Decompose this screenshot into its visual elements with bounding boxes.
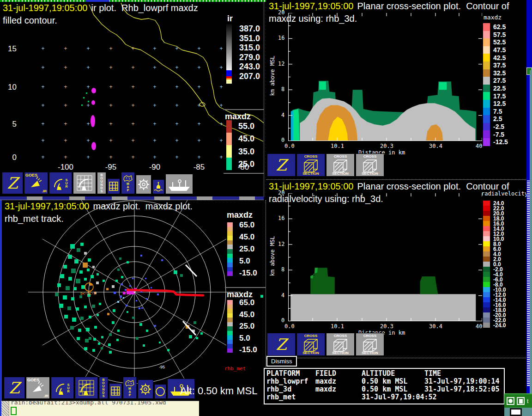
colorbar-swatch	[483, 277, 490, 282]
svg-text:+: +	[175, 102, 178, 109]
ir-map-panel: ++++++++++++++++++++++++++++++++++++++++…	[0, 2, 264, 196]
desktop: ++++++++++++++++++++++++++++++++++++++++…	[0, 0, 532, 416]
colorbar-separator	[225, 287, 266, 288]
map-grid-crosses: ++++++++++++++++++++++++++++++++++++++++…	[41, 45, 223, 160]
grid-overlay-button[interactable]	[107, 178, 120, 194]
gear-rings-icon	[139, 383, 152, 396]
svg-text:+: +	[131, 102, 134, 109]
dismiss-button[interactable]: Dismiss	[266, 356, 297, 367]
colorbar-swatch	[483, 323, 490, 328]
colorbar-swatch	[483, 69, 490, 77]
range-rings-button[interactable]	[138, 379, 153, 399]
svg-text:+: +	[131, 137, 134, 144]
zebra-z-icon: Z	[276, 336, 287, 352]
y-tick: 0	[281, 317, 284, 324]
svg-text:+: +	[197, 84, 200, 90]
timestamp: 31-jul-1997,19:05:00	[3, 3, 87, 13]
svg-text:+: +	[41, 64, 44, 71]
svg-text:+: +	[131, 45, 134, 52]
zebra-logo-button[interactable]: Z	[2, 172, 23, 194]
svg-text:+: +	[219, 84, 223, 90]
status-table-row: rhb_met31-Jul-97,19:04:52	[266, 393, 502, 401]
colorbar-value: -2.5	[493, 123, 504, 130]
colorbar-swatch	[483, 130, 490, 138]
surveillance-radar-button[interactable]: SUR	[51, 377, 74, 399]
corner-window-titlebar[interactable]: t	[504, 393, 532, 408]
corner-document-icon[interactable]	[517, 397, 525, 405]
map-overlay-button[interactable]: MAP	[121, 172, 135, 194]
colorbar-swatch	[483, 31, 490, 39]
cross-section-button-1[interactable]: CROSSSECTION	[296, 153, 325, 177]
cross-section-button-1[interactable]: CROSSSECTION	[296, 333, 325, 356]
zebra-logo-button[interactable]: Z	[267, 333, 296, 356]
cross-section-button-2[interactable]: CROSSSECTION	[326, 333, 355, 356]
radar-panel-toolbar: ZGOES.IRSURBOUNDSMAP	[4, 377, 195, 399]
radar-panel: 31-jul-1997,19:05:00maxdz plot. maxdz pl…	[0, 200, 266, 401]
cross-section-button-2[interactable]: CROSSSECTION	[326, 153, 355, 177]
svg-text:+: +	[175, 64, 178, 71]
xsec-maxdz-title: 31-jul-1997,19:05:00Planar cross-section…	[269, 1, 509, 12]
map-icon	[125, 379, 134, 387]
y-tick: 16	[278, 35, 284, 41]
map-overlay-button[interactable]: MAP	[123, 377, 137, 399]
buoy-button[interactable]	[152, 179, 164, 194]
bounds-button[interactable]: BOUNDS	[97, 172, 106, 194]
zebra-z-icon: Z	[7, 175, 18, 191]
goes-ir-button[interactable]: GOES.IR	[24, 172, 48, 194]
status-cell: 0.50 km MSL	[362, 385, 424, 393]
x-tick: 10.1	[331, 323, 344, 330]
svg-text:+: +	[64, 154, 67, 160]
colorbar-swatch	[483, 211, 490, 216]
y-tick: 8	[281, 266, 284, 273]
terminal-scrollbar[interactable]	[1, 401, 9, 416]
colorbar-swatch	[483, 226, 490, 231]
cross-section-button-3[interactable]: CROSSSECTION	[356, 333, 384, 356]
track-platform-label: rhb_met	[224, 366, 246, 372]
terminal-window[interactable]: rain:beaufait:213>xdump.all 970731.1905.…	[0, 401, 199, 416]
colorbar-value: 62.5	[493, 23, 506, 31]
ship-track-button[interactable]	[165, 174, 193, 194]
xsec-maxdz-toolbar: ZCROSSSECTIONCROSSSECTIONCROSSSECTION	[267, 153, 384, 177]
cross-section-button-3[interactable]: CROSSSECTION	[356, 153, 384, 177]
radar-center-dot	[134, 292, 135, 293]
surveillance-radar-button[interactable]: SUR	[49, 172, 72, 194]
svg-text:+: +	[41, 137, 44, 144]
y-tick: 20	[278, 190, 284, 196]
lon-tick: -95	[102, 163, 120, 172]
grid-icon	[110, 386, 121, 396]
radar-grid-button[interactable]	[75, 377, 98, 399]
terminal-cursor	[11, 407, 17, 415]
buoy-button[interactable]	[154, 384, 166, 399]
range-rings-button[interactable]	[136, 175, 151, 194]
zebra-logo-button[interactable]: Z	[4, 377, 25, 399]
bounds-button[interactable]: BOUNDS	[99, 377, 108, 399]
colorbar-swatch	[483, 292, 490, 297]
svg-text:+: +	[175, 137, 178, 144]
bounds-label: BOUNDS	[100, 173, 103, 193]
status-header-cell: ALTITUDE	[362, 370, 424, 378]
ir-label: .IR	[42, 189, 47, 193]
grid-overlay-button[interactable]	[109, 383, 122, 399]
track-annotation: b<-5C-R	[80, 292, 96, 296]
ir-panel-title-line2: filled contour.	[3, 15, 57, 26]
goes-ir-button[interactable]: GOES.IR	[26, 377, 50, 399]
status-cell: rhb_3d	[266, 385, 315, 393]
corner-inner-box	[510, 408, 522, 416]
svg-text:+: +	[197, 64, 200, 71]
radar-grid-button[interactable]	[73, 172, 96, 194]
x-tick: 20.3	[380, 323, 393, 330]
corner-circle-icon[interactable]	[507, 397, 514, 405]
status-cell	[315, 393, 362, 401]
section-label: SECTION	[326, 351, 354, 355]
xsec-maxdz-plot	[288, 13, 482, 141]
ship-icon	[167, 176, 191, 192]
zebra-logo-button[interactable]: Z	[267, 153, 296, 177]
xsec-radial-title-line2: radialvelocity using: rhb_3d.	[269, 194, 383, 204]
x-tick: 30.4	[429, 323, 442, 330]
svg-text:+: +	[64, 45, 67, 52]
platform-status-window: PLATFORMFIELDALTITUDETIMErhb_lowprfmaxdz…	[264, 368, 505, 404]
status-table-header: PLATFORMFIELDALTITUDETIME	[266, 370, 502, 378]
section-label: SECTION	[297, 171, 325, 176]
svg-text:+: +	[86, 154, 90, 160]
lat-tick: 5	[4, 120, 17, 129]
